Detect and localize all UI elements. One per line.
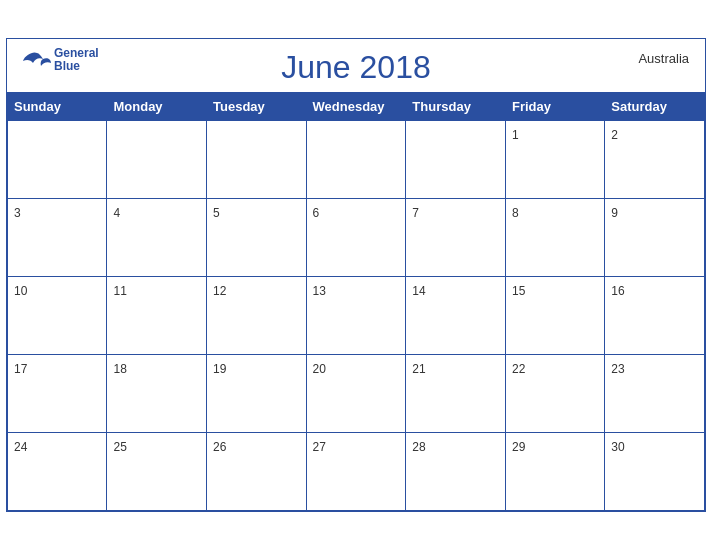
- day-cell: 17: [8, 355, 107, 433]
- day-number: 26: [213, 440, 226, 454]
- day-cell: [8, 121, 107, 199]
- day-number: 16: [611, 284, 624, 298]
- day-number: 17: [14, 362, 27, 376]
- day-number: 23: [611, 362, 624, 376]
- day-cell: 6: [306, 199, 406, 277]
- day-cell: 16: [605, 277, 705, 355]
- day-number: 29: [512, 440, 525, 454]
- day-cell: 22: [505, 355, 604, 433]
- day-cell: 14: [406, 277, 506, 355]
- day-cell: [406, 121, 506, 199]
- country-label: Australia: [638, 51, 689, 66]
- header-tuesday: Tuesday: [207, 93, 307, 121]
- calendar-body: 1234567891011121314151617181920212223242…: [8, 121, 705, 511]
- header-saturday: Saturday: [605, 93, 705, 121]
- logo: General Blue: [23, 47, 99, 73]
- day-number: 15: [512, 284, 525, 298]
- day-number: 13: [313, 284, 326, 298]
- day-number: 11: [113, 284, 126, 298]
- logo-blue: Blue: [54, 60, 99, 73]
- day-cell: 4: [107, 199, 207, 277]
- day-number: 24: [14, 440, 27, 454]
- week-row-0: 12: [8, 121, 705, 199]
- day-cell: 28: [406, 433, 506, 511]
- day-cell: 18: [107, 355, 207, 433]
- day-cell: 19: [207, 355, 307, 433]
- header-friday: Friday: [505, 93, 604, 121]
- day-cell: 13: [306, 277, 406, 355]
- day-cell: 23: [605, 355, 705, 433]
- day-cell: 25: [107, 433, 207, 511]
- day-number: 6: [313, 206, 320, 220]
- day-cell: 11: [107, 277, 207, 355]
- day-number: 25: [113, 440, 126, 454]
- day-cell: 20: [306, 355, 406, 433]
- day-cell: 8: [505, 199, 604, 277]
- weekday-header-row: Sunday Monday Tuesday Wednesday Thursday…: [8, 93, 705, 121]
- day-cell: 12: [207, 277, 307, 355]
- day-number: 21: [412, 362, 425, 376]
- day-cell: 7: [406, 199, 506, 277]
- day-cell: 27: [306, 433, 406, 511]
- day-number: 20: [313, 362, 326, 376]
- day-cell: 1: [505, 121, 604, 199]
- day-cell: [306, 121, 406, 199]
- day-number: 14: [412, 284, 425, 298]
- day-cell: 5: [207, 199, 307, 277]
- day-number: 4: [113, 206, 120, 220]
- day-cell: 3: [8, 199, 107, 277]
- day-number: 5: [213, 206, 220, 220]
- day-number: 1: [512, 128, 519, 142]
- week-row-3: 17181920212223: [8, 355, 705, 433]
- day-number: 19: [213, 362, 226, 376]
- day-cell: 24: [8, 433, 107, 511]
- day-number: 10: [14, 284, 27, 298]
- day-cell: 2: [605, 121, 705, 199]
- day-cell: 26: [207, 433, 307, 511]
- header-sunday: Sunday: [8, 93, 107, 121]
- day-cell: 9: [605, 199, 705, 277]
- day-cell: 29: [505, 433, 604, 511]
- day-cell: 10: [8, 277, 107, 355]
- header-wednesday: Wednesday: [306, 93, 406, 121]
- day-cell: [207, 121, 307, 199]
- day-number: 30: [611, 440, 624, 454]
- day-number: 7: [412, 206, 419, 220]
- day-number: 9: [611, 206, 618, 220]
- day-cell: [107, 121, 207, 199]
- logo-bird-icon: [23, 51, 51, 69]
- day-number: 12: [213, 284, 226, 298]
- week-row-4: 24252627282930: [8, 433, 705, 511]
- calendar-title: June 2018: [281, 49, 430, 86]
- day-cell: 30: [605, 433, 705, 511]
- day-number: 27: [313, 440, 326, 454]
- week-row-1: 3456789: [8, 199, 705, 277]
- header-thursday: Thursday: [406, 93, 506, 121]
- week-row-2: 10111213141516: [8, 277, 705, 355]
- day-cell: 21: [406, 355, 506, 433]
- day-cell: 15: [505, 277, 604, 355]
- header-monday: Monday: [107, 93, 207, 121]
- day-number: 2: [611, 128, 618, 142]
- day-number: 28: [412, 440, 425, 454]
- day-number: 22: [512, 362, 525, 376]
- calendar-table: Sunday Monday Tuesday Wednesday Thursday…: [7, 92, 705, 511]
- calendar: General Blue June 2018 Australia Sunday …: [6, 38, 706, 512]
- day-number: 18: [113, 362, 126, 376]
- day-number: 3: [14, 206, 21, 220]
- calendar-header: General Blue June 2018 Australia: [7, 39, 705, 92]
- day-number: 8: [512, 206, 519, 220]
